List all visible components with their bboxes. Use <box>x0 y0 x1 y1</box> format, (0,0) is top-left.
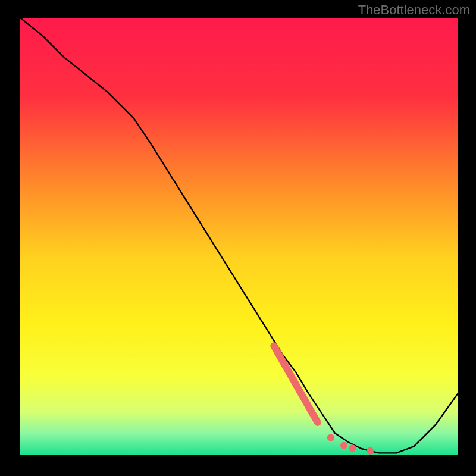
plot-background <box>20 18 458 455</box>
highlight-dot <box>327 434 334 441</box>
watermark-text: TheBottleneck.com <box>358 2 470 18</box>
highlight-dot <box>340 442 347 449</box>
chart-frame: TheBottleneck.com <box>0 0 476 476</box>
highlight-dot <box>349 444 356 452</box>
chart-canvas <box>0 0 476 476</box>
highlight-dot <box>367 447 374 455</box>
